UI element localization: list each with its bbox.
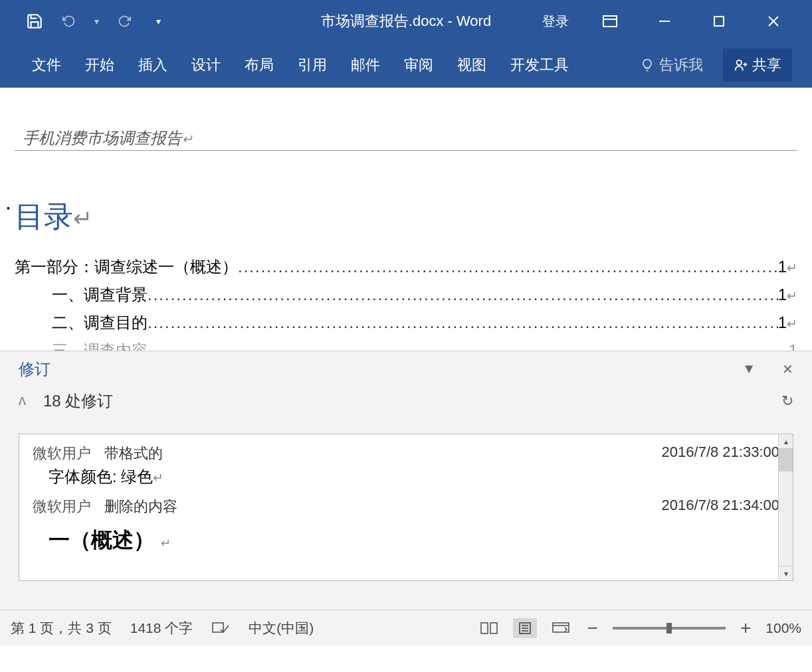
zoom-slider-thumb[interactable] — [666, 623, 672, 633]
undo-icon[interactable] — [60, 12, 78, 31]
zoom-level[interactable]: 100% — [765, 620, 801, 636]
revision-author: 微软用户 — [33, 444, 91, 463]
titlebar: ▾ ▾ 市场调查报告.docx - Word 登录 — [0, 0, 812, 42]
chevron-down-icon[interactable]: ▼ — [742, 361, 756, 377]
tab-design[interactable]: 设计 — [179, 42, 233, 88]
revision-item[interactable]: 微软用户 删除的内容 2016/7/8 21:34:00 一（概述） ↵ — [33, 497, 779, 555]
share-button[interactable]: 共享 — [723, 48, 792, 82]
tab-developer[interactable]: 开发工具 — [498, 42, 581, 88]
zoom-slider[interactable] — [613, 627, 726, 630]
web-layout-icon[interactable] — [549, 618, 573, 638]
read-mode-icon[interactable] — [477, 618, 501, 638]
lightbulb-icon — [641, 58, 654, 72]
svg-point-6 — [737, 60, 742, 65]
svg-rect-11 — [490, 623, 497, 633]
window-title: 市场调查报告.docx - Word — [321, 11, 491, 31]
toc-entry[interactable]: 第一部分：调查综述一（概述） .........................… — [15, 256, 797, 278]
zoom-out-button[interactable]: − — [585, 618, 601, 639]
quick-access-toolbar: ▾ ▾ — [0, 12, 161, 31]
tell-me-button[interactable]: 告诉我 — [641, 55, 703, 75]
revisions-list: 微软用户 带格式的 2016/7/8 21:33:00 字体颜色: 绿色↵ 微软… — [19, 434, 793, 581]
close-icon[interactable] — [760, 11, 787, 32]
qat-customize-icon[interactable]: ▾ — [156, 16, 161, 27]
scroll-up-icon[interactable]: ▴ — [779, 434, 793, 449]
revision-time: 2016/7/8 21:33:00 — [662, 444, 779, 463]
ribbon-display-icon[interactable] — [597, 11, 623, 32]
login-button[interactable]: 登录 — [542, 13, 569, 31]
tab-review[interactable]: 审阅 — [392, 42, 445, 88]
print-layout-icon[interactable] — [513, 618, 537, 638]
svg-rect-3 — [714, 17, 724, 26]
revisions-subheader: ᐱ 18 处修订 ↻ — [19, 387, 793, 415]
scroll-thumb[interactable] — [779, 449, 793, 471]
refresh-icon[interactable]: ↻ — [781, 392, 793, 410]
revision-item[interactable]: 微软用户 带格式的 2016/7/8 21:33:00 字体颜色: 绿色↵ — [33, 444, 779, 493]
tab-home[interactable]: 开始 — [73, 42, 126, 88]
spellcheck-icon[interactable] — [211, 620, 230, 636]
revision-time: 2016/7/8 21:34:00 — [662, 497, 779, 517]
toc-entry[interactable]: 一、调查背景 .................................… — [15, 284, 797, 305]
svg-rect-0 — [603, 16, 617, 27]
maximize-icon[interactable] — [706, 11, 732, 32]
document-page: 手机消费市场调查报告↵ ▪ 目录↵ 第一部分：调查综述一（概述） .......… — [15, 96, 797, 351]
svg-rect-16 — [553, 623, 569, 632]
tab-mailings[interactable]: 邮件 — [339, 42, 392, 88]
page-indicator[interactable]: 第 1 页，共 3 页 — [11, 619, 112, 637]
chevron-up-icon[interactable]: ᐱ — [19, 395, 26, 408]
tab-view[interactable]: 视图 — [445, 42, 498, 88]
tab-insert[interactable]: 插入 — [126, 42, 179, 88]
ribbon: 文件 开始 插入 设计 布局 引用 邮件 审阅 视图 开发工具 告诉我 共享 — [0, 42, 812, 88]
statusbar: 第 1 页，共 3 页 1418 个字 中文(中国) − + 100% — [0, 610, 812, 645]
tab-layout[interactable]: 布局 — [233, 42, 286, 88]
language-indicator[interactable]: 中文(中国) — [249, 619, 314, 637]
tab-references[interactable]: 引用 — [286, 42, 339, 88]
revisions-scrollbar[interactable]: ▴ ▾ — [778, 434, 793, 580]
revision-detail: 字体颜色: 绿色↵ — [33, 463, 779, 493]
titlebar-right: 登录 — [542, 11, 812, 32]
revision-count: 18 处修订 — [43, 390, 113, 412]
save-icon[interactable] — [25, 12, 44, 31]
revisions-header: 修订 ▼ ✕ — [19, 351, 793, 387]
cursor-mark: ▪ — [7, 203, 10, 213]
revision-type: 带格式的 — [104, 444, 163, 463]
share-person-icon — [734, 58, 748, 72]
document-area[interactable]: 手机消费市场调查报告↵ ▪ 目录↵ 第一部分：调查综述一（概述） .......… — [0, 88, 812, 351]
revision-type: 删除的内容 — [104, 497, 177, 517]
redo-icon[interactable] — [115, 12, 134, 31]
zoom-in-button[interactable]: + — [738, 618, 754, 639]
word-count[interactable]: 1418 个字 — [130, 619, 193, 637]
svg-rect-10 — [481, 623, 488, 633]
minimize-icon[interactable] — [651, 11, 678, 32]
revisions-pane: 修订 ▼ ✕ ᐱ 18 处修订 ↻ 微软用户 带格式的 2016/7/8 21:… — [0, 351, 812, 610]
revision-detail: 一（概述） ↵ — [33, 517, 779, 555]
revision-author: 微软用户 — [33, 497, 91, 517]
page-header[interactable]: 手机消费市场调查报告↵ — [15, 96, 797, 151]
toc-title[interactable]: 目录↵ — [15, 197, 797, 236]
scroll-down-icon[interactable]: ▾ — [779, 566, 793, 580]
revisions-title: 修订 — [19, 359, 51, 380]
close-pane-icon[interactable]: ✕ — [782, 361, 793, 377]
undo-dropdown-icon[interactable]: ▾ — [94, 16, 99, 27]
tab-file[interactable]: 文件 — [20, 42, 73, 88]
toc-entry[interactable]: 三、调查内容 1 — [15, 340, 797, 351]
toc-entry[interactable]: 二、调查目的 .................................… — [15, 312, 797, 333]
